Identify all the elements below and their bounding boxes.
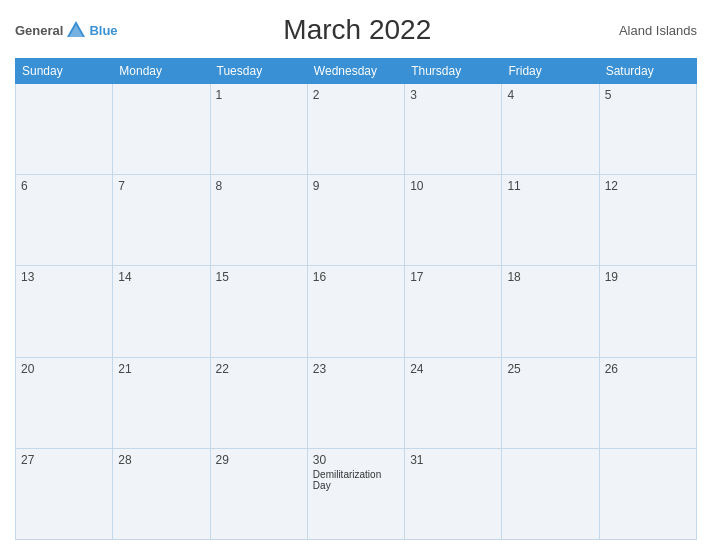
col-saturday: Saturday [599,59,696,84]
col-monday: Monday [113,59,210,84]
day-number: 16 [313,270,399,284]
day-number: 18 [507,270,593,284]
calendar-cell: 7 [113,175,210,266]
calendar-cell: 5 [599,84,696,175]
calendar-cell: 11 [502,175,599,266]
calendar-cell: 6 [16,175,113,266]
day-number: 26 [605,362,691,376]
logo-icon [65,19,87,41]
week-row-3: 13141516171819 [16,266,697,357]
col-wednesday: Wednesday [307,59,404,84]
calendar-cell: 20 [16,357,113,448]
calendar-cell: 23 [307,357,404,448]
calendar-cell: 2 [307,84,404,175]
day-number: 30 [313,453,399,467]
week-row-1: 12345 [16,84,697,175]
calendar-cell: 25 [502,357,599,448]
day-number: 31 [410,453,496,467]
day-number: 13 [21,270,107,284]
day-number: 24 [410,362,496,376]
day-number: 21 [118,362,204,376]
day-number: 23 [313,362,399,376]
day-number: 11 [507,179,593,193]
calendar-cell: 17 [405,266,502,357]
day-number: 17 [410,270,496,284]
calendar-cell: 21 [113,357,210,448]
calendar-cell: 9 [307,175,404,266]
day-number: 5 [605,88,691,102]
event-label: Demilitarization Day [313,469,399,491]
calendar-cell: 24 [405,357,502,448]
calendar-cell: 26 [599,357,696,448]
logo: General Blue [15,19,118,41]
calendar-page: General Blue March 2022 Aland Islands Su… [0,0,712,550]
calendar-cell: 18 [502,266,599,357]
day-number: 10 [410,179,496,193]
day-number: 8 [216,179,302,193]
calendar-cell: 10 [405,175,502,266]
calendar-cell: 3 [405,84,502,175]
calendar-cell: 29 [210,448,307,539]
calendar-cell: 12 [599,175,696,266]
calendar-cell [113,84,210,175]
region-label: Aland Islands [597,23,697,38]
calendar-title: March 2022 [118,14,597,46]
week-row-2: 6789101112 [16,175,697,266]
logo-blue-text: Blue [89,23,117,38]
calendar-cell: 14 [113,266,210,357]
calendar-cell: 27 [16,448,113,539]
day-number: 4 [507,88,593,102]
calendar-cell: 1 [210,84,307,175]
week-row-5: 27282930Demilitarization Day31 [16,448,697,539]
col-thursday: Thursday [405,59,502,84]
calendar-cell: 31 [405,448,502,539]
day-number: 15 [216,270,302,284]
days-header-row: Sunday Monday Tuesday Wednesday Thursday… [16,59,697,84]
day-number: 1 [216,88,302,102]
calendar-cell: 13 [16,266,113,357]
day-number: 19 [605,270,691,284]
day-number: 7 [118,179,204,193]
day-number: 12 [605,179,691,193]
calendar-cell: 22 [210,357,307,448]
day-number: 20 [21,362,107,376]
day-number: 25 [507,362,593,376]
day-number: 9 [313,179,399,193]
calendar-cell [599,448,696,539]
week-row-4: 20212223242526 [16,357,697,448]
day-number: 14 [118,270,204,284]
col-friday: Friday [502,59,599,84]
day-number: 6 [21,179,107,193]
calendar-header: General Blue March 2022 Aland Islands [15,10,697,50]
calendar-cell: 8 [210,175,307,266]
day-number: 27 [21,453,107,467]
day-number: 3 [410,88,496,102]
calendar-cell: 19 [599,266,696,357]
col-tuesday: Tuesday [210,59,307,84]
calendar-cell [502,448,599,539]
calendar-cell: 15 [210,266,307,357]
calendar-cell: 16 [307,266,404,357]
calendar-cell: 28 [113,448,210,539]
day-number: 29 [216,453,302,467]
logo-general-text: General [15,23,63,38]
day-number: 2 [313,88,399,102]
calendar-table: Sunday Monday Tuesday Wednesday Thursday… [15,58,697,540]
calendar-cell [16,84,113,175]
calendar-cell: 30Demilitarization Day [307,448,404,539]
col-sunday: Sunday [16,59,113,84]
day-number: 22 [216,362,302,376]
day-number: 28 [118,453,204,467]
calendar-cell: 4 [502,84,599,175]
